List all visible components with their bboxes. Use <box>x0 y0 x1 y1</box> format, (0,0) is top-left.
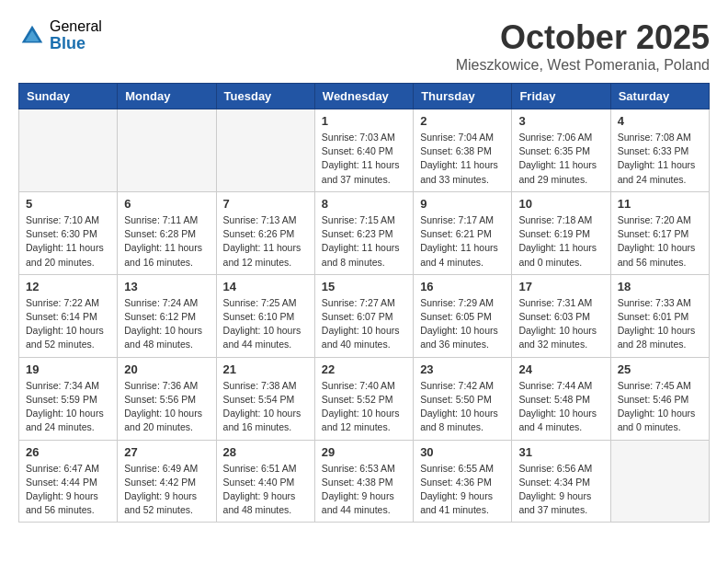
week-row: 1Sunrise: 7:03 AM Sunset: 6:40 PM Daylig… <box>19 109 710 192</box>
week-row: 12Sunrise: 7:22 AM Sunset: 6:14 PM Dayli… <box>19 274 710 357</box>
day-number: 22 <box>322 362 406 376</box>
logo-blue: Blue <box>50 35 102 53</box>
day-info: Sunrise: 7:15 AM Sunset: 6:23 PM Dayligh… <box>322 213 406 270</box>
calendar-cell: 24Sunrise: 7:44 AM Sunset: 5:48 PM Dayli… <box>512 357 610 440</box>
day-number: 13 <box>124 280 209 293</box>
day-info: Sunrise: 7:17 AM Sunset: 6:21 PM Dayligh… <box>420 213 505 270</box>
calendar-cell <box>118 109 216 192</box>
day-number: 17 <box>518 280 603 293</box>
calendar-cell: 11Sunrise: 7:20 AM Sunset: 6:17 PM Dayli… <box>610 191 709 274</box>
calendar-cell: 19Sunrise: 7:34 AM Sunset: 5:59 PM Dayli… <box>19 357 118 440</box>
calendar-cell: 26Sunrise: 6:47 AM Sunset: 4:44 PM Dayli… <box>19 440 118 523</box>
logo-general: General <box>50 18 102 35</box>
calendar-cell: 27Sunrise: 6:49 AM Sunset: 4:42 PM Dayli… <box>118 440 216 523</box>
day-info: Sunrise: 7:03 AM Sunset: 6:40 PM Dayligh… <box>322 131 406 187</box>
logo-icon <box>18 22 46 50</box>
title-section: October 2025 Mieszkowice, West Pomerania… <box>456 18 710 74</box>
calendar-cell: 31Sunrise: 6:56 AM Sunset: 4:34 PM Dayli… <box>512 440 610 523</box>
day-number: 16 <box>420 280 505 293</box>
day-number: 15 <box>322 280 406 293</box>
day-number: 24 <box>518 362 603 376</box>
calendar-cell: 10Sunrise: 7:18 AM Sunset: 6:19 PM Dayli… <box>512 191 610 274</box>
calendar-cell: 5Sunrise: 7:10 AM Sunset: 6:30 PM Daylig… <box>19 191 118 274</box>
calendar-cell: 30Sunrise: 6:55 AM Sunset: 4:36 PM Dayli… <box>414 440 512 523</box>
day-info: Sunrise: 7:04 AM Sunset: 6:38 PM Dayligh… <box>420 131 505 187</box>
day-number: 12 <box>26 280 110 293</box>
day-number: 25 <box>618 362 702 376</box>
weekday-header-row: SundayMondayTuesdayWednesdayThursdayFrid… <box>19 84 710 109</box>
calendar-cell: 3Sunrise: 7:06 AM Sunset: 6:35 PM Daylig… <box>512 109 610 192</box>
week-row: 19Sunrise: 7:34 AM Sunset: 5:59 PM Dayli… <box>19 357 710 440</box>
day-number: 1 <box>322 114 406 128</box>
day-number: 11 <box>618 197 702 211</box>
day-info: Sunrise: 7:33 AM Sunset: 6:01 PM Dayligh… <box>618 296 702 352</box>
day-number: 14 <box>223 280 308 293</box>
day-number: 6 <box>124 197 209 211</box>
calendar-cell <box>216 109 314 192</box>
calendar-cell: 29Sunrise: 6:53 AM Sunset: 4:38 PM Dayli… <box>314 440 413 523</box>
weekday-header: Tuesday <box>216 84 314 109</box>
calendar-cell: 13Sunrise: 7:24 AM Sunset: 6:12 PM Dayli… <box>118 274 216 357</box>
day-info: Sunrise: 7:13 AM Sunset: 6:26 PM Dayligh… <box>223 213 308 270</box>
calendar-cell: 21Sunrise: 7:38 AM Sunset: 5:54 PM Dayli… <box>216 357 314 440</box>
day-info: Sunrise: 6:55 AM Sunset: 4:36 PM Dayligh… <box>420 462 505 518</box>
day-number: 8 <box>322 197 406 211</box>
calendar-cell: 28Sunrise: 6:51 AM Sunset: 4:40 PM Dayli… <box>216 440 314 523</box>
page-header: General Blue October 2025 Mieszkowice, W… <box>18 18 710 74</box>
calendar-cell: 8Sunrise: 7:15 AM Sunset: 6:23 PM Daylig… <box>314 191 413 274</box>
weekday-header: Friday <box>512 84 610 109</box>
calendar-cell: 4Sunrise: 7:08 AM Sunset: 6:33 PM Daylig… <box>610 109 709 192</box>
calendar-cell: 6Sunrise: 7:11 AM Sunset: 6:28 PM Daylig… <box>118 191 216 274</box>
calendar-cell: 12Sunrise: 7:22 AM Sunset: 6:14 PM Dayli… <box>19 274 118 357</box>
weekday-header: Sunday <box>19 84 118 109</box>
calendar-cell: 9Sunrise: 7:17 AM Sunset: 6:21 PM Daylig… <box>414 191 512 274</box>
day-info: Sunrise: 7:24 AM Sunset: 6:12 PM Dayligh… <box>124 296 209 352</box>
week-row: 5Sunrise: 7:10 AM Sunset: 6:30 PM Daylig… <box>19 191 710 274</box>
calendar-cell: 14Sunrise: 7:25 AM Sunset: 6:10 PM Dayli… <box>216 274 314 357</box>
calendar: SundayMondayTuesdayWednesdayThursdayFrid… <box>18 83 710 523</box>
calendar-cell <box>19 109 118 192</box>
day-number: 23 <box>420 362 505 376</box>
day-number: 30 <box>420 445 505 459</box>
day-info: Sunrise: 6:49 AM Sunset: 4:42 PM Dayligh… <box>124 462 209 518</box>
day-number: 18 <box>618 280 702 293</box>
day-number: 29 <box>322 445 406 459</box>
logo: General Blue <box>18 18 102 52</box>
calendar-cell: 16Sunrise: 7:29 AM Sunset: 6:05 PM Dayli… <box>414 274 512 357</box>
day-info: Sunrise: 7:42 AM Sunset: 5:50 PM Dayligh… <box>420 379 505 435</box>
day-number: 3 <box>518 114 603 128</box>
day-info: Sunrise: 6:53 AM Sunset: 4:38 PM Dayligh… <box>322 462 406 518</box>
day-info: Sunrise: 7:36 AM Sunset: 5:56 PM Dayligh… <box>124 379 209 435</box>
calendar-cell: 17Sunrise: 7:31 AM Sunset: 6:03 PM Dayli… <box>512 274 610 357</box>
calendar-cell: 2Sunrise: 7:04 AM Sunset: 6:38 PM Daylig… <box>414 109 512 192</box>
day-number: 10 <box>518 197 603 211</box>
day-info: Sunrise: 7:44 AM Sunset: 5:48 PM Dayligh… <box>518 379 603 435</box>
day-number: 9 <box>420 197 505 211</box>
day-info: Sunrise: 7:08 AM Sunset: 6:33 PM Dayligh… <box>618 131 702 187</box>
day-number: 4 <box>618 114 702 128</box>
day-info: Sunrise: 7:11 AM Sunset: 6:28 PM Dayligh… <box>124 213 209 270</box>
calendar-cell: 25Sunrise: 7:45 AM Sunset: 5:46 PM Dayli… <box>610 357 709 440</box>
weekday-header: Monday <box>118 84 216 109</box>
weekday-header: Thursday <box>414 84 512 109</box>
day-info: Sunrise: 7:40 AM Sunset: 5:52 PM Dayligh… <box>322 379 406 435</box>
calendar-cell: 1Sunrise: 7:03 AM Sunset: 6:40 PM Daylig… <box>314 109 413 192</box>
weekday-header: Wednesday <box>314 84 413 109</box>
weekday-header: Saturday <box>610 84 709 109</box>
day-info: Sunrise: 7:31 AM Sunset: 6:03 PM Dayligh… <box>518 296 603 352</box>
day-number: 5 <box>26 197 110 211</box>
calendar-cell <box>610 440 709 523</box>
day-info: Sunrise: 7:22 AM Sunset: 6:14 PM Dayligh… <box>26 296 110 352</box>
day-info: Sunrise: 7:06 AM Sunset: 6:35 PM Dayligh… <box>518 131 603 187</box>
calendar-cell: 18Sunrise: 7:33 AM Sunset: 6:01 PM Dayli… <box>610 274 709 357</box>
calendar-cell: 20Sunrise: 7:36 AM Sunset: 5:56 PM Dayli… <box>118 357 216 440</box>
day-number: 21 <box>223 362 308 376</box>
day-info: Sunrise: 7:27 AM Sunset: 6:07 PM Dayligh… <box>322 296 406 352</box>
day-info: Sunrise: 7:10 AM Sunset: 6:30 PM Dayligh… <box>26 213 110 270</box>
day-number: 7 <box>223 197 308 211</box>
calendar-cell: 7Sunrise: 7:13 AM Sunset: 6:26 PM Daylig… <box>216 191 314 274</box>
week-row: 26Sunrise: 6:47 AM Sunset: 4:44 PM Dayli… <box>19 440 710 523</box>
day-info: Sunrise: 6:47 AM Sunset: 4:44 PM Dayligh… <box>26 462 110 518</box>
logo-text: General Blue <box>50 18 102 52</box>
calendar-cell: 23Sunrise: 7:42 AM Sunset: 5:50 PM Dayli… <box>414 357 512 440</box>
